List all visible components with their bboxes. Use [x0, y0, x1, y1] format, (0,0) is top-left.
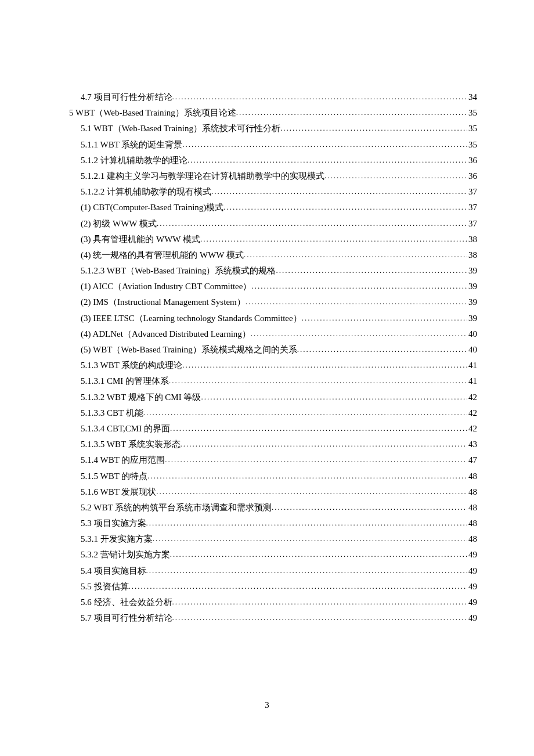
toc-entry: 4.7 项目可行性分析结论34 [57, 93, 477, 102]
toc-entry-page: 49 [467, 598, 477, 607]
toc-entry: 5 WBT（Web-Based Training）系统项目论述35 [57, 109, 477, 117]
toc-leader-dots [153, 535, 467, 542]
toc-entry: 5.3 项目实施方案48 [57, 519, 477, 528]
toc-leader-dots [172, 93, 468, 100]
toc-entry: 5.3.1 开发实施方案48 [57, 535, 477, 543]
toc-entry-page: 39 [467, 282, 477, 291]
toc-leader-dots [201, 393, 467, 401]
toc-entry-label: 5.1.3 WBT 系统的构成理论 [81, 361, 182, 370]
toc-entry: 5.1.2.1 建构主义学习与教学理论在计算机辅助教学中的实现模式36 [57, 172, 477, 181]
toc-leader-dots [170, 424, 467, 432]
toc-entry-page: 48 [467, 535, 477, 543]
toc-leader-dots [172, 598, 468, 606]
toc-entry-label: (3) IEEE LTSC（Learning technology Standa… [81, 314, 302, 323]
toc-leader-dots [165, 456, 467, 463]
toc-leader-dots [170, 550, 467, 558]
toc-leader-dots [280, 124, 467, 132]
toc-leader-dots [182, 141, 467, 148]
toc-entry: (2) 初级 WWW 模式37 [57, 219, 477, 228]
toc-entry: 5.5 投资估算49 [57, 582, 477, 591]
toc-leader-dots [187, 156, 467, 164]
toc-entry-page: 37 [467, 203, 477, 212]
toc-entry-page: 48 [467, 488, 477, 496]
toc-entry-label: (5) WBT（Web-Based Training）系统模式规格之间的关系 [81, 345, 297, 354]
toc-leader-dots [246, 298, 467, 305]
toc-leader-dots [211, 188, 467, 195]
toc-leader-dots [181, 440, 467, 448]
toc-entry-page: 47 [467, 456, 477, 465]
toc-entry: 5.1.2 计算机辅助教学的理论36 [57, 156, 477, 165]
toc-entry-label: (4) ADLNet（Advanced Distributed Learning… [81, 330, 251, 339]
toc-entry: 5.1.4 WBT 的应用范围47 [57, 456, 477, 465]
toc-entry-label: 5.1.2 计算机辅助教学的理论 [81, 156, 187, 165]
toc-leader-dots [147, 472, 467, 480]
toc-leader-dots [236, 109, 467, 116]
toc-entry-page: 41 [467, 361, 477, 370]
toc-entry: 5.1.1 WBT 系统的诞生背景35 [57, 141, 477, 149]
toc-leader-dots [324, 172, 467, 179]
toc-leader-dots [182, 361, 467, 369]
toc-entry: 5.1.3.3 CBT 机能42 [57, 409, 477, 417]
toc-entry-label: 5.4 项目实施目标 [81, 567, 146, 575]
toc-entry-label: 5.1.4 WBT 的应用范围 [81, 456, 165, 465]
toc-entry-label: (4) 统一规格的具有管理机能的 WWW 模式 [81, 251, 244, 260]
toc-entry-label: 5.1.2.2 计算机辅助教学的现有模式 [81, 188, 211, 196]
toc-entry-page: 49 [467, 614, 477, 622]
toc-entry-label: 5.1.5 WBT 的特点 [81, 472, 147, 481]
toc-entry-label: 5.2 WBT 系统的构筑平台系统市场调查和需求预测 [81, 503, 272, 512]
toc-entry: 5.1.3.5 WBT 系统实装形态43 [57, 440, 477, 449]
toc-entry-label: (2) IMS（Instructional Management System） [81, 298, 246, 307]
toc-entry-page: 42 [467, 409, 477, 417]
toc-leader-dots [143, 409, 467, 416]
toc-entry: 5.4 项目实施目标49 [57, 567, 477, 575]
toc-leader-dots [146, 567, 468, 574]
toc-entry-label: 5.1.2.3 WBT（Web-Based Training）系统模式的规格 [81, 267, 276, 275]
toc-entry-label: (3) 具有管理机能的 WWW 模式 [81, 235, 200, 244]
toc-leader-dots [169, 377, 467, 384]
toc-entry-page: 49 [467, 582, 477, 591]
toc-entry-label: 5.3.2 营销计划实施方案 [81, 550, 170, 559]
toc-leader-dots [276, 267, 467, 274]
toc-entry: 5.2 WBT 系统的构筑平台系统市场调查和需求预测48 [57, 503, 477, 512]
toc-leader-dots [223, 203, 467, 211]
toc-leader-dots [129, 582, 468, 590]
toc-entry-label: 5.7 项目可行性分析结论 [81, 614, 172, 622]
toc-entry-label: 5.1.3.1 CMI 的管理体系 [81, 377, 169, 386]
toc-entry: 5.1.3.2 WBT 规格下的 CMI 等级42 [57, 393, 477, 402]
toc-entry-page: 36 [467, 172, 477, 181]
toc-entry-page: 43 [467, 440, 477, 449]
toc-leader-dots [172, 614, 468, 621]
toc-entry-page: 48 [467, 519, 477, 528]
toc-entry-label: 5.5 投资估算 [81, 582, 129, 591]
toc-entry-page: 49 [467, 567, 477, 575]
toc-leader-dots [302, 314, 467, 322]
toc-entry: 5.1.2.2 计算机辅助教学的现有模式37 [57, 188, 477, 196]
toc-entry-label: 5.1.3.5 WBT 系统实装形态 [81, 440, 181, 449]
toc-entry: 5.1.3.1 CMI 的管理体系41 [57, 377, 477, 386]
toc-entry-page: 35 [467, 141, 477, 149]
toc-entry-page: 38 [467, 251, 477, 260]
toc-entry: (3) IEEE LTSC（Learning technology Standa… [57, 314, 477, 323]
toc-entry: 5.6 经济、社会效益分析49 [57, 598, 477, 607]
toc-entry-page: 36 [467, 156, 477, 165]
toc-entry-page: 35 [467, 109, 477, 117]
toc-entry-page: 49 [467, 550, 477, 559]
toc-entry-label: 5.3 项目实施方案 [81, 519, 146, 528]
toc-entry-page: 42 [467, 393, 477, 402]
toc-entry-page: 48 [467, 472, 477, 481]
toc-entry-label: 5.1 WBT（Web-Based Training）系统技术可行性分析 [81, 124, 280, 133]
toc-entry-page: 37 [467, 219, 477, 228]
toc-entry-label: (1) CBT(Computer-Based Training)模式 [81, 203, 223, 212]
toc-entry-label: (2) 初级 WWW 模式 [81, 219, 157, 228]
toc-page: 4.7 项目可行性分析结论345 WBT（Web-Based Training）… [0, 0, 534, 622]
toc-entry-label: 5.1.3.4 CBT,CMI 的界面 [81, 424, 170, 433]
toc-entry: (5) WBT（Web-Based Training）系统模式规格之间的关系40 [57, 345, 477, 354]
toc-entry: 5.1.2.3 WBT（Web-Based Training）系统模式的规格39 [57, 267, 477, 275]
toc-entry: (1) AICC（Aviation Industry CBT Committee… [57, 282, 477, 291]
toc-entry-page: 40 [467, 345, 477, 354]
toc-entry-label: (1) AICC（Aviation Industry CBT Committee… [81, 282, 251, 291]
toc-entry-label: 5.3.1 开发实施方案 [81, 535, 153, 543]
toc-entry-label: 5.1.3.3 CBT 机能 [81, 409, 143, 417]
toc-entry-label: 5.1.3.2 WBT 规格下的 CMI 等级 [81, 393, 201, 402]
toc-entry-page: 39 [467, 298, 477, 307]
